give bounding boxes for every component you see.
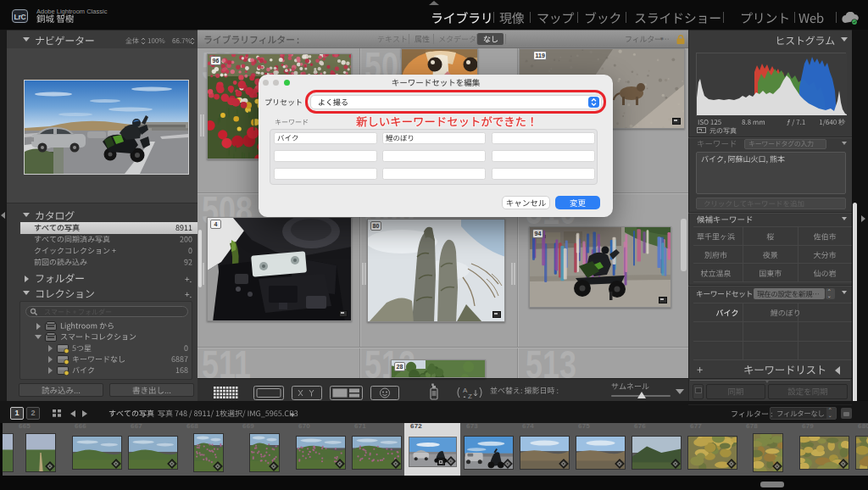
svg-text:Z: Z [468, 393, 472, 400]
